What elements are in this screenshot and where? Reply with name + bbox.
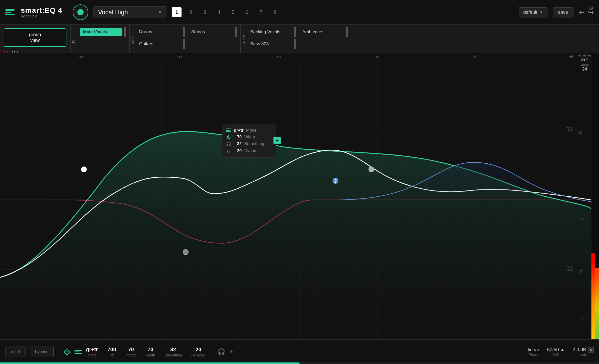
freq-labels: 100 200 500 1k 2k 5k [73,53,578,61]
band-numbers: 1 2 3 4 5 6 7 8 [172,7,280,17]
ambience-drag[interactable] [346,27,348,37]
bottom-extra-icons: 🎧 + [217,348,233,355]
freq-5k: 5k [569,55,573,59]
guitars-row[interactable]: Guitars [139,39,185,49]
settings-icon[interactable]: ⚙ [589,5,594,12]
bottom-dynamic-group: 20 Dynamic [191,347,205,357]
strings-row[interactable]: Strings [191,27,237,37]
band-6[interactable]: 6 [242,7,252,17]
band-5[interactable]: 5 [228,7,238,17]
popup-smoothing-label: Smoothing [244,142,264,146]
front-tracks: Main Vocals [77,25,129,53]
ctrl-point-mid[interactable] [183,249,189,255]
band-8[interactable]: 8 [270,7,280,17]
drums-track[interactable]: Drums [139,29,181,35]
logo-icon [5,9,15,15]
backing-vocals-row[interactable]: Backing Vocals [250,27,296,37]
vu-in [591,53,595,339]
band-2[interactable]: 2 [186,7,196,17]
main-vocals-row[interactable]: Main Vocals [80,27,126,37]
ms-val: 50/50 ▲ [547,347,565,353]
bottom-impact-val: 70 [128,347,134,353]
profile-selector[interactable]: default ▼ [519,7,547,17]
ctrl-point-lowshelf[interactable] [81,167,87,172]
bottom-freq-group: 700 Hz [107,347,116,357]
bottom-width-val: 70 [148,347,153,353]
bottom-dynamic-val: 20 [196,347,201,353]
save-button[interactable]: save [553,7,573,17]
db-neg12: -12 [578,270,583,274]
bottom-width-group: 70 Width [146,347,155,357]
eq-popup: gr+tr Mode ⏻ 70 Width 🎧 32 Smoothing ◎ 2… [222,124,276,158]
gain-label: Gain [580,353,587,357]
popup-mode-val: gr+tr [234,128,244,133]
back-section: Back Backing Vocals Bass 808 Ambience [241,25,351,53]
bass808-drag[interactable] [294,39,296,49]
backing-vocals-drag[interactable] [294,27,296,37]
logo-sub: by sonible [21,14,62,18]
back-label: Back [241,25,247,53]
power-mode-icon[interactable]: ⏻ [64,348,70,355]
bottom-controls: reset bypass ⏻ gr+tr Mode 700 Hz 70 Impa… [0,339,599,364]
eq-mode-icon[interactable] [74,350,82,354]
tracks-panel: Front Main Vocals Middle Drums Guitars S… [70,25,599,53]
band-3[interactable]: 3 [200,7,210,17]
ambience-row[interactable]: Ambience [302,27,348,37]
vu-in-fill [591,253,595,339]
band-1[interactable]: 1 [172,7,182,17]
ctrl-point-high[interactable] [369,167,374,172]
popup-dynamic-row: ◎ 20 Dynamic [226,148,272,154]
popup-width-val: 70 [234,135,242,139]
popup-add-button[interactable]: + [273,137,281,144]
strings-drag[interactable] [235,27,237,37]
vu-meter [591,53,599,339]
bottom-smoothing-val: 32 [170,347,176,353]
backing-vocals-track[interactable]: Backing Vocals [250,29,292,35]
popup-dynamic-val: 20 [234,149,242,153]
popup-mode-row: gr+tr Mode [226,127,272,134]
drums-row[interactable]: Drums [139,27,185,37]
bass808-track[interactable]: Bass 808 [250,41,292,47]
reset-button[interactable]: reset [5,347,26,357]
main-vocals-drag[interactable] [124,27,126,37]
power-button[interactable] [73,4,88,20]
main-vocals-track[interactable]: Main Vocals [80,28,122,36]
gain-auto-badge[interactable]: A [588,347,594,353]
vu-out-fill [595,268,599,339]
bottom-scrollbar-thumb[interactable] [0,362,299,364]
front-label: Front [70,25,77,53]
bottom-mode-icons: ⏻ [64,348,82,355]
group-view-button[interactable]: group view [4,28,66,47]
middle-tracks: Drums Guitars [136,25,188,53]
db-neg24: -24 [578,217,583,221]
headphones-icon[interactable]: 🎧 [217,348,225,355]
bottom-mode-label: Mode [88,353,97,357]
ctrl-point-highmid[interactable]: ▲▼ [333,178,338,184]
bottom-freq-val: 700 [107,347,116,353]
strings-track[interactable]: Strings [191,29,233,35]
db-neg36: -36 [578,317,583,321]
bottom-scrollbar[interactable] [0,362,599,364]
guitars-track[interactable]: Guitars [139,41,181,47]
bottom-freq-label: Hz [110,353,114,357]
bottom-right-params: linear Phase 50/50 ▲ M/S 2.0 dB A Gain [528,347,594,357]
power-indicator [77,9,84,15]
preset-selector[interactable]: Vocal High ▼ [93,6,166,18]
drums-drag[interactable] [183,27,185,37]
popup-width-row: ⏻ 70 Width [226,134,272,141]
bass808-row[interactable]: Bass 808 [250,39,296,49]
eq-svg-canvas: 12 -12 [0,61,591,339]
popup-dynamic-label: Dynamic [244,149,260,153]
vu-out [595,53,599,339]
bottom-impact-label: Impact [126,353,136,357]
guitars-drag[interactable] [183,39,185,49]
bypass-button[interactable]: bypass [30,347,54,357]
phase-label: Phase [529,353,538,356]
undo-button[interactable]: ↩ [579,8,585,17]
band-7[interactable]: 7 [256,7,266,17]
band-4[interactable]: 4 [214,7,224,17]
ambience-track[interactable]: Ambience [302,29,344,35]
bottom-smoothing-label: Smoothing [165,353,182,357]
gain-param: 2.0 dB A Gain [573,347,594,357]
add-band-icon[interactable]: + [229,348,233,355]
